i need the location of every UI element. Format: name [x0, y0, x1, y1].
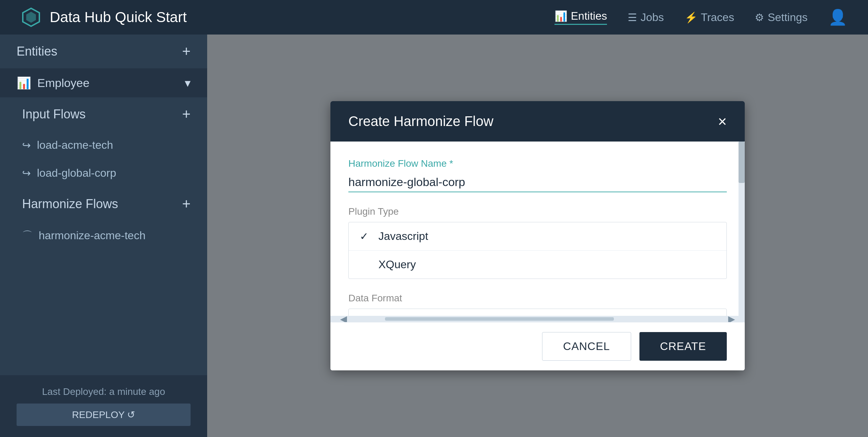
harmonize-flows-label: Harmonize Flows — [22, 197, 118, 211]
user-avatar-icon[interactable]: 👤 — [828, 8, 847, 26]
plugin-type-javascript[interactable]: ✓ Javascript — [349, 222, 726, 251]
plugin-type-javascript-label: Javascript — [378, 230, 428, 243]
input-flow-icon-1: ↪ — [22, 167, 31, 179]
nav-jobs-label: Jobs — [640, 11, 664, 24]
brand: Data Hub Quick Start — [21, 7, 187, 28]
h-scroll-thumb[interactable] — [385, 317, 614, 321]
add-input-flow-button[interactable]: + — [182, 107, 191, 122]
app-logo — [21, 7, 41, 28]
flow-name-field: Harmonize Flow Name * — [348, 158, 727, 192]
main-layout: Entities + 📊 Employee ▾ Input Flows + ↪ … — [0, 35, 868, 437]
add-harmonize-flow-button[interactable]: + — [182, 197, 191, 211]
sidebar-item-employee[interactable]: 📊 Employee ▾ — [0, 68, 207, 97]
horizontal-scrollbar: ◀ ▶ — [330, 316, 745, 322]
plugin-type-list: ✓ Javascript ✓ XQuery — [348, 222, 727, 279]
create-button[interactable]: CREATE — [639, 332, 727, 361]
sidebar-entities-label: Entities — [17, 44, 57, 59]
nav-jobs[interactable]: ☰ Jobs — [628, 11, 664, 24]
sidebar-entities-header: Entities + — [0, 35, 207, 68]
sidebar-footer: Last Deployed: a minute ago REDEPLOY ↺ — [0, 375, 207, 437]
sidebar-item-load-global-corp[interactable]: ↪ load-global-corp — [0, 159, 207, 187]
top-navigation: Data Hub Quick Start 📊 Entities ☰ Jobs ⚡… — [0, 0, 868, 35]
data-format-json[interactable]: ✓ JSON — [349, 309, 726, 316]
sidebar-item-harmonize-acme-tech[interactable]: ⌒ harmonize-acme-tech — [0, 221, 207, 250]
modal-scrollbar-thumb[interactable] — [739, 142, 745, 183]
nav-links: 📊 Entities ☰ Jobs ⚡ Traces ⚙ Settings 👤 — [554, 8, 847, 26]
modal-body: Harmonize Flow Name * Plugin Type ✓ Java… — [330, 142, 745, 316]
nav-traces-label: Traces — [701, 11, 734, 24]
modal-title: Create Harmonize Flow — [348, 114, 493, 129]
redeploy-button[interactable]: REDEPLOY ↺ — [17, 404, 191, 426]
sidebar-harmonize-flows-header: Harmonize Flows + — [0, 187, 207, 221]
nav-entities-label: Entities — [571, 10, 607, 22]
entity-collapse-icon: ▾ — [185, 76, 191, 90]
h-scroll-inner — [347, 317, 728, 321]
add-entity-button[interactable]: + — [182, 44, 191, 59]
input-flows-label: Input Flows — [22, 107, 86, 122]
sidebar-item-load-acme-tech[interactable]: ↪ load-acme-tech — [0, 131, 207, 159]
jobs-icon: ☰ — [628, 11, 637, 23]
modal-scrollbar-track — [739, 142, 745, 316]
modal-overlay: Create Harmonize Flow × Harmonize Flow N… — [207, 35, 868, 437]
data-format-list: ✓ JSON ✓ XML — [348, 309, 727, 316]
plugin-type-field: Plugin Type ✓ Javascript ✓ XQuery — [348, 206, 727, 279]
input-flow-name-0: load-acme-tech — [37, 139, 113, 152]
plugin-type-xquery-label: XQuery — [378, 258, 416, 271]
sidebar: Entities + 📊 Employee ▾ Input Flows + ↪ … — [0, 35, 207, 437]
data-format-label: Data Format — [348, 293, 727, 304]
input-flow-icon-0: ↪ — [22, 139, 31, 151]
nav-entities[interactable]: 📊 Entities — [554, 10, 607, 25]
harmonize-flow-icon-0: ⌒ — [22, 229, 32, 243]
nav-traces[interactable]: ⚡ Traces — [685, 11, 734, 24]
modal-header: Create Harmonize Flow × — [330, 101, 745, 142]
flow-name-label: Harmonize Flow Name * — [348, 158, 727, 169]
cancel-button[interactable]: CANCEL — [542, 332, 631, 361]
svg-marker-1 — [26, 12, 36, 23]
app-title: Data Hub Quick Start — [50, 9, 187, 26]
plugin-type-label: Plugin Type — [348, 206, 727, 217]
nav-settings-label: Settings — [768, 11, 808, 24]
input-flow-name-1: load-global-corp — [37, 167, 116, 179]
create-harmonize-flow-modal: Create Harmonize Flow × Harmonize Flow N… — [330, 101, 745, 370]
modal-footer: CANCEL CREATE — [330, 322, 745, 370]
modal-close-button[interactable]: × — [718, 114, 727, 129]
main-content: Create Harmonize Flow × Harmonize Flow N… — [207, 35, 868, 437]
entities-icon: 📊 — [554, 10, 567, 22]
entity-name: Employee — [37, 76, 89, 90]
sidebar-input-flows-header: Input Flows + — [0, 97, 207, 131]
settings-icon: ⚙ — [755, 11, 764, 23]
data-format-field: Data Format ✓ JSON ✓ XML — [348, 293, 727, 316]
flow-name-input[interactable] — [348, 173, 727, 192]
nav-settings[interactable]: ⚙ Settings — [755, 11, 808, 24]
plugin-type-xquery[interactable]: ✓ XQuery — [349, 251, 726, 279]
javascript-check-icon: ✓ — [360, 230, 370, 242]
last-deployed-text: Last Deployed: a minute ago — [17, 386, 191, 397]
employee-entity-icon: 📊 — [17, 76, 31, 90]
traces-icon: ⚡ — [685, 11, 697, 23]
harmonize-flow-name-0: harmonize-acme-tech — [39, 229, 145, 242]
entity-left: 📊 Employee — [17, 76, 89, 90]
required-indicator: * — [450, 158, 453, 169]
